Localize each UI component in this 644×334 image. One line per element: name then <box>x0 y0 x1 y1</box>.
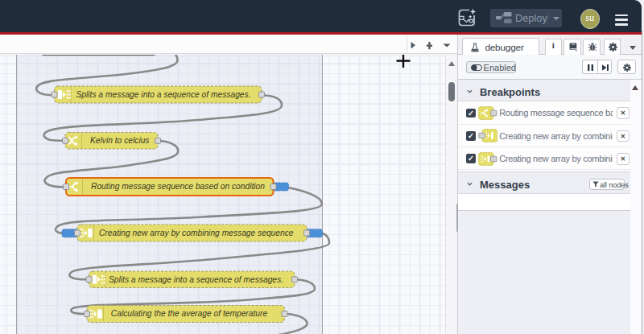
svg-text:Calculating the the average of: Calculating the the average of temperatu… <box>111 309 268 318</box>
svg-text:Routing message sequence based: Routing message sequence based on condit… <box>91 182 265 191</box>
svg-text:Splits a message into a sequen: Splits a message into a sequence of mess… <box>76 89 250 98</box>
svg-text:Kelvin to celcius: Kelvin to celcius <box>90 136 150 145</box>
svg-text:Splits a message into a sequen: Splits a message into a sequence of mess… <box>109 274 283 283</box>
svg-text:Creating new array by combinin: Creating new array by combining message … <box>99 228 294 237</box>
